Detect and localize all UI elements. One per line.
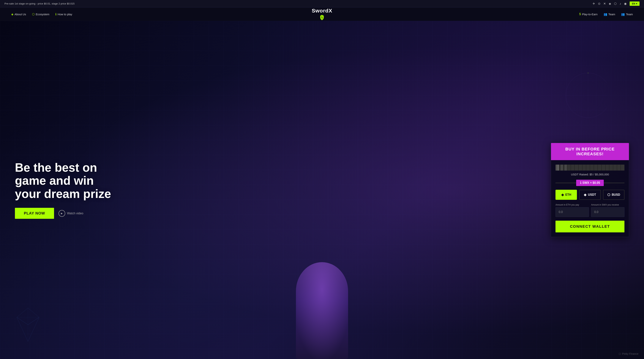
progress-segment-10 <box>594 165 598 171</box>
team1-icon: 👥 <box>604 12 607 16</box>
price-bar: 1 SWX = $0.05 <box>556 180 624 186</box>
progress-segment-7 <box>582 165 586 171</box>
connect-wallet-button[interactable]: CONNECT WALLET <box>556 221 624 232</box>
presale-body: USDT Raised: $5 / $5,000,000 1 SWX = $0.… <box>551 160 629 237</box>
presale-message: Pre-sale 1st stage on-going - price $0.0… <box>4 2 74 5</box>
swx-amount-field: Amount in SWX you receive <box>591 204 624 217</box>
hero-content: Be the best on game and win your dream p… <box>0 143 644 237</box>
eth-label: ETH <box>565 193 571 196</box>
eth-amount-label: Amount in ETH you pay <box>556 204 589 206</box>
reddit-icon[interactable]: ⊙ <box>598 2 600 5</box>
usdt-icon: ◈ <box>584 193 586 197</box>
watermark-icon: ⬡ <box>619 352 621 355</box>
nav-play-to-earn[interactable]: $ Play-to-Earn <box>579 12 598 16</box>
progress-segment-2 <box>563 165 567 171</box>
nav-about-label: About Us <box>14 13 26 16</box>
medium-icon[interactable]: ◉ <box>624 2 627 5</box>
watermark: ⬡ Pinky Finance <box>619 352 638 355</box>
team2-icon: 👥 <box>621 12 625 16</box>
eth-diamond-decoration <box>15 306 41 344</box>
telegram-icon[interactable]: ✈ <box>592 2 595 5</box>
progress-segment-6 <box>578 165 582 171</box>
progress-segment-3 <box>567 165 570 171</box>
usdt-label: USDT <box>588 193 596 196</box>
progress-segment-5 <box>575 165 578 171</box>
play-circle-icon: ▶ <box>58 210 65 217</box>
eth-amount-field: Amount in ETH you pay <box>556 204 589 217</box>
ecosystem-icon: ⬡ <box>32 12 35 16</box>
progress-segment-12 <box>602 165 605 171</box>
nav-team-1[interactable]: 👥 Team <box>604 12 615 16</box>
swx-amount-input[interactable] <box>591 207 624 217</box>
progress-segment-15 <box>613 165 617 171</box>
earn-icon: $ <box>579 12 581 16</box>
play-now-button[interactable]: PLAY NOW <box>15 208 54 219</box>
navbar: ◈ About Us ⬡ Ecosystem ℹ How to play Swo… <box>0 7 644 21</box>
progress-segment-1 <box>560 165 563 171</box>
progress-bar <box>556 165 624 171</box>
hero-section: Be the best on game and win your dream p… <box>0 21 644 359</box>
eth-button[interactable]: ◆ ETH <box>556 190 577 200</box>
usdt-button[interactable]: ◈ USDT <box>579 190 600 200</box>
watch-video-button[interactable]: ▶ Watch video <box>58 210 83 217</box>
discord-icon[interactable]: ◈ <box>609 2 611 5</box>
eth-icon: ◆ <box>561 193 564 197</box>
nav-howto-label: How to play <box>58 13 72 16</box>
nav-ecosystem[interactable]: ⬡ Ecosystem <box>32 12 50 16</box>
nav-team-2[interactable]: 👥 Team <box>621 12 633 16</box>
swx-amount-label: Amount in SWX you receive <box>591 204 624 206</box>
busd-icon: ⬡ <box>607 193 610 197</box>
hero-title-line3: your dream prize <box>15 187 111 201</box>
progress-segment-11 <box>598 165 601 171</box>
progress-segment-17 <box>621 165 624 171</box>
tiktok-icon[interactable]: ♪ <box>620 2 621 5</box>
nav-earn-label: Play-to-Earn <box>582 13 598 16</box>
nav-right: $ Play-to-Earn 👥 Team 👥 Team <box>579 12 633 16</box>
hero-title: Be the best on game and win your dream p… <box>15 161 127 200</box>
nav-ecosystem-label: Ecosystem <box>36 13 50 16</box>
instagram-icon[interactable]: ⬡ <box>614 2 616 5</box>
presale-header: BUY IN BEFORE PRICE INCREASES! <box>551 143 629 160</box>
nav-left: ◈ About Us ⬡ Ecosystem ℹ How to play <box>11 12 72 16</box>
nav-team2-label: Team <box>626 13 633 16</box>
busd-label: BUSD <box>612 193 620 196</box>
hero-title-line1: Be the best on <box>15 161 97 174</box>
logo-shield-icon <box>319 14 325 20</box>
hero-actions: PLAY NOW ▶ Watch video <box>15 208 127 219</box>
logo[interactable]: SwordX <box>312 8 332 20</box>
price-bar-right <box>604 183 624 183</box>
progress-segment-9 <box>590 165 594 171</box>
watch-video-label: Watch video <box>67 212 83 215</box>
nav-about-us[interactable]: ◈ About Us <box>11 12 26 16</box>
logo-text: SwordX <box>312 8 332 14</box>
currency-buttons: ◆ ETH ◈ USDT ⬡ BUSD <box>556 190 624 200</box>
progress-segment-13 <box>606 165 609 171</box>
progress-segment-14 <box>609 165 613 171</box>
top-bar: Pre-sale 1st stage on-going - price $0.0… <box>0 0 644 7</box>
about-icon: ◈ <box>11 12 14 16</box>
nav-how-to-play[interactable]: ℹ How to play <box>55 12 72 16</box>
eth-amount-input[interactable] <box>556 207 589 217</box>
twitter-icon[interactable]: ✕ <box>604 2 606 5</box>
raised-text: USDT Raised: $5 / $5,000,000 <box>556 173 624 176</box>
presale-card: BUY IN BEFORE PRICE INCREASES! USDT Rais… <box>551 143 629 237</box>
busd-button[interactable]: ⬡ BUSD <box>603 190 624 200</box>
progress-segment-8 <box>586 165 590 171</box>
nav-team1-label: Team <box>608 13 615 16</box>
progress-segment-4 <box>571 165 574 171</box>
hero-title-line2: game and win <box>15 174 94 187</box>
amount-row: Amount in ETH you pay Amount in SWX you … <box>556 204 624 217</box>
price-badge: 1 SWX = $0.05 <box>576 180 604 186</box>
top-bar-right: ✈ ⊙ ✕ ◈ ⬡ ♪ ◉ EN ▾ <box>592 1 640 6</box>
svg-point-8 <box>587 72 589 74</box>
hero-left: Be the best on game and win your dream p… <box>15 161 127 219</box>
decorative-lines <box>551 39 607 151</box>
progress-segment-16 <box>617 165 621 171</box>
howto-icon: ℹ <box>55 12 56 16</box>
price-bar-left <box>556 183 576 183</box>
language-button[interactable]: EN ▾ <box>630 1 640 6</box>
watermark-text: Pinky Finance <box>622 352 638 355</box>
progress-segment-0 <box>556 165 559 171</box>
